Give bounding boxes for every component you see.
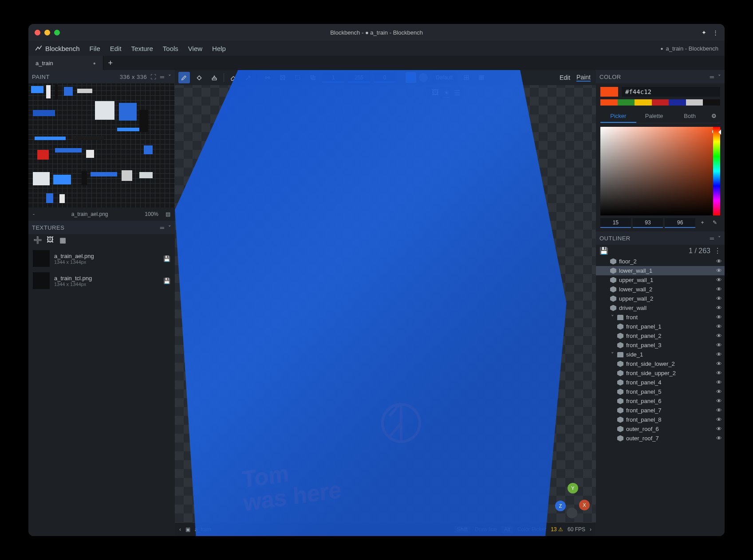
outliner-item[interactable]: ˅ side_1 👁 xyxy=(596,350,725,359)
collapse-icon[interactable]: ˅ xyxy=(718,74,721,80)
brush-tool[interactable] xyxy=(178,72,190,83)
outliner-menu-icon[interactable]: ⋮ xyxy=(714,247,721,255)
maximize-button[interactable] xyxy=(54,30,60,35)
s-value[interactable]: 93 xyxy=(633,218,663,228)
swatch[interactable] xyxy=(618,99,635,106)
copy-tool[interactable] xyxy=(307,72,319,83)
visibility-icon[interactable]: 👁 xyxy=(716,407,722,414)
visibility-icon[interactable]: 👁 xyxy=(716,360,722,367)
visibility-icon[interactable]: 👁 xyxy=(716,398,722,404)
swatch[interactable] xyxy=(635,99,652,106)
swatch[interactable] xyxy=(669,99,686,106)
outliner-item[interactable]: front_panel_8 👁 xyxy=(596,415,725,424)
visibility-icon[interactable]: 👁 xyxy=(716,388,722,395)
add-texture-button[interactable]: ➕ xyxy=(34,236,42,244)
lock-alpha-tool[interactable] xyxy=(277,72,288,83)
brush-softness-input[interactable]: 0 xyxy=(374,73,396,82)
visibility-icon[interactable]: 👁 xyxy=(716,323,722,330)
overlay-image-icon[interactable]: 🖼 xyxy=(432,89,439,98)
visibility-icon[interactable]: 👁 xyxy=(716,258,722,265)
close-button[interactable] xyxy=(35,30,40,35)
swatch[interactable] xyxy=(600,99,618,106)
outliner-item[interactable]: outer_roof_6 👁 xyxy=(596,424,725,434)
visibility-icon[interactable]: 👁 xyxy=(716,426,722,432)
outliner-item[interactable]: floor_2 👁 xyxy=(596,257,725,266)
outliner-item[interactable]: front_panel_3 👁 xyxy=(596,341,725,350)
fullscreen-icon[interactable]: ⛶ xyxy=(150,74,157,80)
visibility-icon[interactable]: 👁 xyxy=(716,305,722,311)
shape-tool[interactable] xyxy=(209,72,220,83)
outliner-root-icon[interactable]: 💾 xyxy=(599,247,608,255)
warning-count[interactable]: 13 ⚠ xyxy=(551,526,563,533)
visibility-icon[interactable]: 👁 xyxy=(716,435,722,442)
visibility-icon[interactable]: 👁 xyxy=(716,379,722,386)
brush-opacity-input[interactable]: 255 xyxy=(348,73,370,82)
texture-item[interactable]: a_train_ael.png 1344 x 1344px 💾 xyxy=(28,247,175,270)
outliner-item[interactable]: lower_wall_2 👁 xyxy=(596,285,725,294)
recent-colors[interactable] xyxy=(600,99,720,106)
overlay-light-icon[interactable]: ☀ xyxy=(443,89,449,98)
outliner-item[interactable]: driver_wall 👁 xyxy=(596,303,725,313)
visibility-icon[interactable]: 👁 xyxy=(716,351,722,358)
hex-input[interactable] xyxy=(622,87,720,97)
menu-edit[interactable]: Edit xyxy=(110,45,122,52)
axis-gizmo[interactable]: Y Z X xyxy=(555,483,591,518)
collapse-icon[interactable]: ˅ xyxy=(168,74,172,80)
breadcrumb-back-icon[interactable]: ‹ xyxy=(179,526,181,533)
3d-viewport[interactable]: 1 255 0 Default Edit Paint 🖼 ☀ ☰ Tom xyxy=(175,70,596,536)
pixel-grid-button[interactable] xyxy=(461,72,472,83)
tab-palette[interactable]: Palette xyxy=(636,110,672,123)
uv-zoom[interactable]: 100% xyxy=(145,211,158,217)
uv-editor[interactable] xyxy=(28,83,175,208)
outliner-item[interactable]: lower_wall_1 👁 xyxy=(596,266,725,275)
tab-both[interactable]: Both xyxy=(672,110,708,123)
outliner-item[interactable]: front_panel_1 👁 xyxy=(596,322,725,331)
sv-picker[interactable] xyxy=(600,127,720,215)
brush-shape-square[interactable] xyxy=(406,73,415,82)
visibility-icon[interactable]: 👁 xyxy=(716,277,722,283)
selection-tool[interactable] xyxy=(292,72,304,83)
brush-size-input[interactable]: 1 xyxy=(322,73,344,82)
menu-help[interactable]: Help xyxy=(212,45,226,52)
visibility-icon[interactable]: 👁 xyxy=(716,416,722,423)
collapse-icon[interactable]: ˅ xyxy=(168,224,172,231)
blend-mode-select[interactable]: Default xyxy=(431,73,457,82)
eyedropper-tool[interactable] xyxy=(243,72,254,83)
outliner-item[interactable]: front_side_lower_2 👁 xyxy=(596,359,725,368)
outliner-item[interactable]: outer_roof_7 👁 xyxy=(596,434,725,443)
outliner-item[interactable]: front_panel_5 👁 xyxy=(596,387,725,396)
visibility-icon[interactable]: 👁 xyxy=(716,333,722,339)
save-texture-icon[interactable]: 💾 xyxy=(163,255,170,262)
visibility-icon[interactable]: 👁 xyxy=(716,342,722,349)
eyedropper-icon[interactable]: ✎ xyxy=(710,218,720,228)
brush-shape-circle[interactable] xyxy=(419,73,428,82)
add-color-icon[interactable]: + xyxy=(697,218,708,228)
panel-options-icon[interactable]: ═ xyxy=(160,224,165,231)
save-texture-icon[interactable]: 💾 xyxy=(163,278,170,284)
visibility-icon[interactable]: 👁 xyxy=(716,267,722,274)
menu-texture[interactable]: Texture xyxy=(131,45,153,52)
hue-slider[interactable] xyxy=(713,127,720,215)
outliner-item[interactable]: front_panel_4 👁 xyxy=(596,378,725,387)
outliner-item[interactable]: upper_wall_1 👁 xyxy=(596,275,725,285)
collapse-icon[interactable]: ˅ xyxy=(718,235,721,242)
texture-item[interactable]: a_train_tcl.png 1344 x 1344px 💾 xyxy=(28,270,175,292)
tab-a-train[interactable]: a_train xyxy=(28,56,103,70)
outliner-item[interactable]: front_panel_2 👁 xyxy=(596,331,725,341)
uv-prev[interactable]: - xyxy=(33,211,35,217)
overlay-settings-icon[interactable]: ☰ xyxy=(454,89,460,98)
breadcrumb-file[interactable]: a_train xyxy=(195,526,211,533)
extension-icon[interactable]: ✦ xyxy=(702,29,706,36)
swatch[interactable] xyxy=(652,99,669,106)
visibility-icon[interactable]: 👁 xyxy=(716,286,722,293)
menu-view[interactable]: View xyxy=(188,45,202,52)
fill-tool[interactable] xyxy=(193,72,205,83)
grid-view-button[interactable]: ▦ xyxy=(59,236,67,244)
menu-tools[interactable]: Tools xyxy=(163,45,178,52)
mirror-tool[interactable] xyxy=(262,72,273,83)
chevron-down-icon[interactable]: ˅ xyxy=(610,351,615,358)
outliner-item[interactable]: front_panel_7 👁 xyxy=(596,406,725,415)
outliner-item[interactable]: front_side_upper_2 👁 xyxy=(596,368,725,378)
new-tab-button[interactable]: + xyxy=(103,56,118,70)
visibility-icon[interactable]: 👁 xyxy=(716,314,722,321)
